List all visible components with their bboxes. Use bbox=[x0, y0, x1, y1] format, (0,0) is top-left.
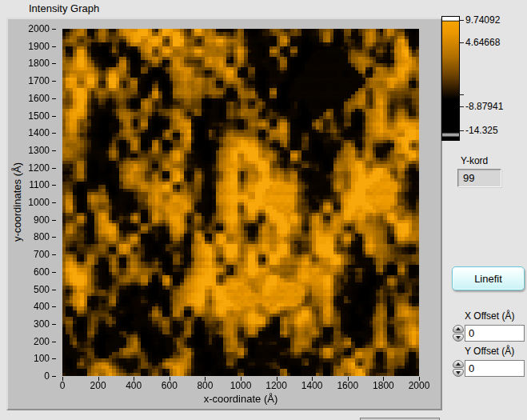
color-scale-tick bbox=[460, 42, 464, 43]
color-scale-tick bbox=[460, 130, 464, 131]
x-offset-spinner bbox=[453, 325, 464, 342]
y-tick-mark bbox=[52, 290, 56, 290]
spin-down-icon bbox=[456, 371, 461, 374]
color-scale-tick bbox=[460, 94, 464, 95]
y-tick-mark bbox=[52, 63, 56, 64]
x-tick-label: 1600 bbox=[329, 380, 366, 391]
y-tick-mark bbox=[52, 133, 56, 134]
x-tick-label: 0 bbox=[44, 380, 81, 391]
y-tick-mark bbox=[52, 342, 56, 342]
x-tick-mark bbox=[383, 377, 384, 381]
x-tick-mark bbox=[98, 377, 99, 381]
y-tick-mark bbox=[52, 81, 56, 82]
x-tick-label: 200 bbox=[80, 380, 117, 391]
y-tick-mark bbox=[52, 29, 56, 30]
x-tick-mark bbox=[134, 377, 134, 381]
y-tick-mark bbox=[52, 220, 56, 221]
x-tick-mark bbox=[62, 377, 63, 381]
spin-up-icon bbox=[456, 362, 461, 366]
graph-title: Intensity Graph bbox=[29, 2, 99, 14]
x-tick-mark bbox=[241, 377, 242, 381]
intensity-heatmap-plot[interactable] bbox=[62, 29, 419, 376]
x-tick-mark bbox=[205, 377, 206, 381]
y-tick-mark bbox=[52, 272, 56, 273]
y-tick-mark bbox=[52, 116, 56, 117]
x-tick-mark bbox=[277, 377, 277, 381]
color-scale-ramp[interactable] bbox=[441, 16, 460, 141]
y-offset-label: Y Offset (Å) bbox=[465, 346, 514, 357]
y-tick-mark bbox=[52, 98, 56, 99]
x-offset-input[interactable] bbox=[465, 325, 525, 342]
x-tick-mark bbox=[312, 377, 313, 381]
spin-up-icon bbox=[456, 327, 461, 330]
color-scale-value: -14.325 bbox=[465, 125, 498, 136]
y-tick-mark bbox=[52, 46, 56, 47]
x-tick-label: 1400 bbox=[293, 380, 330, 391]
y-tick-mark bbox=[52, 306, 56, 307]
y-tick-mark bbox=[52, 150, 56, 151]
y-kord-indicator: 99 bbox=[457, 169, 501, 187]
linefit-button[interactable]: Linefit bbox=[452, 266, 525, 290]
y-tick-mark bbox=[52, 237, 56, 238]
x-tick-mark bbox=[419, 377, 420, 381]
color-scale-tick bbox=[460, 106, 464, 107]
y-offset-input[interactable] bbox=[465, 360, 525, 377]
intensity-graph-panel: y-coordinates (Å) 2000190018001700160015… bbox=[6, 18, 442, 410]
color-scale-value: 4.64668 bbox=[465, 37, 500, 48]
y-tick-mark bbox=[52, 376, 56, 377]
x-offset-increment-button[interactable] bbox=[453, 325, 464, 333]
y-tick-mark bbox=[52, 324, 56, 325]
x-tick-label: 2000 bbox=[401, 380, 437, 391]
color-scale-value: 9.74092 bbox=[465, 14, 500, 26]
y-tick-mark bbox=[52, 254, 56, 255]
x-tick-label: 800 bbox=[186, 380, 223, 391]
x-offset-label: X Offset (Å) bbox=[465, 310, 514, 322]
y-offset-decrement-button[interactable] bbox=[453, 369, 464, 377]
y-tick-mark bbox=[52, 168, 56, 169]
color-scale-labels: 9.740924.64668-8.87941-14.325 bbox=[460, 17, 525, 140]
y-kord-value: 99 bbox=[458, 170, 501, 186]
x-tick-label: 1000 bbox=[222, 380, 259, 391]
x-axis-title: x-coordinate (Å) bbox=[62, 393, 419, 405]
color-scale-value: -8.87941 bbox=[465, 101, 503, 112]
x-tick-mark bbox=[348, 377, 349, 381]
x-offset-decrement-button[interactable] bbox=[453, 334, 464, 342]
y-offset-spinner bbox=[453, 360, 464, 378]
color-scale-tick bbox=[460, 20, 464, 21]
y-tick-mark bbox=[52, 358, 56, 359]
x-tick-label: 600 bbox=[151, 380, 188, 391]
y-axis-title: y-coordinates (Å) bbox=[10, 29, 24, 376]
y-offset-increment-button[interactable] bbox=[453, 360, 464, 368]
x-tick-label: 1200 bbox=[258, 380, 295, 391]
window: Intensity Graph y-coordinates (Å) 200019… bbox=[0, 0, 527, 420]
spin-down-icon bbox=[456, 336, 461, 339]
x-tick-label: 400 bbox=[115, 380, 152, 391]
y-tick-mark bbox=[52, 185, 56, 186]
y-tick-mark bbox=[52, 202, 56, 203]
x-tick-mark bbox=[170, 377, 170, 381]
x-tick-label: 1800 bbox=[365, 380, 401, 391]
y-kord-label: Y-kord bbox=[461, 155, 488, 166]
